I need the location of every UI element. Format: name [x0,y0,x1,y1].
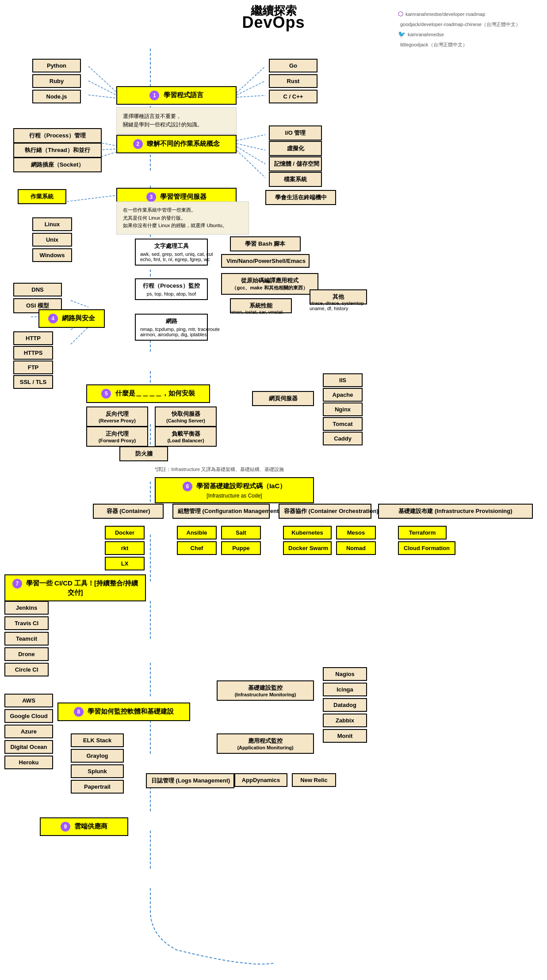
section-9-number: 9 [61,822,70,832]
appdynamics-box: AppDynamics [234,773,287,787]
webserver-box: 網頁伺服器 [252,391,314,406]
svg-line-0 [88,66,116,92]
drone-box: Drone [4,647,49,661]
process-monitor-box: 行程（Process）監控 ps, top, htop, atop, lsof [135,278,208,300]
ftp-box: FTP [13,361,53,374]
icinga-box: Icinga [323,683,367,696]
puppe-box: Puppe [221,541,261,555]
svg-line-12 [237,150,265,178]
section-4-number: 4 [48,314,58,323]
fs-box: 檔案系統 [269,172,322,187]
gcloud-box: Google Cloud [4,709,53,723]
ruby-box: Ruby [32,74,81,88]
svg-line-3 [237,66,265,93]
caddy-box: Caddy [323,432,363,445]
nagios-box: Nagios [323,667,367,681]
logs-box: 日誌管理 (Logs Management) [146,773,234,788]
svg-line-11 [237,147,265,164]
svg-line-18 [71,327,88,344]
footnote: *譯註：Infrastructure 又譯為基礎架構、基礎結構、基礎設施 [155,466,284,473]
nomad-box: Nomad [336,541,376,555]
cpp-box: C / C++ [269,90,317,103]
azure-box: Azure [4,725,53,738]
salt-box: Salt [221,526,261,539]
zabbix-box: Zabbix [323,714,367,727]
datadog-box: Datadog [323,698,367,712]
graylog-box: Graylog [71,749,124,763]
mesos-box: Mesos [336,526,376,539]
windows-box: Windows [32,248,72,262]
splunk-box: Splunk [71,764,124,778]
monit-box: Monit [323,729,367,743]
twitter-icon: 🐦 [398,29,405,40]
python-box: Python [32,59,81,72]
cloud-formation-box: Cloud Formation [398,541,455,555]
section-6-number: 6 [183,482,192,491]
svg-line-10 [237,144,265,150]
network-tools-box: 網路 nmap, tcpdump, ping, mtr, traceroutea… [135,314,208,341]
dns-box: DNS [13,283,62,296]
section-4-box: 4 網路與安全 [38,309,105,328]
svg-line-5 [237,95,265,97]
elk-box: ELK Stack [71,733,124,747]
svg-line-2 [88,95,116,98]
svg-line-9 [237,135,265,141]
process-mgmt-box: 行程（Process）管理 [13,128,102,143]
tomcat-box: Tomcat [323,417,363,431]
docker-swarm-box: Docker Swarm [283,541,332,555]
go-box: Go [269,59,317,72]
section-7-number: 7 [12,579,22,589]
svg-line-15 [71,300,88,307]
iis-box: IIS [323,373,363,387]
nginx-box: Nginx [323,403,363,416]
nodejs-box: Node.js [32,90,81,103]
ssl-box: SSL / TLS [13,375,53,389]
rust-box: Rust [269,74,317,88]
container-label: 容器 (Container) [93,504,164,519]
section-3-number: 3 [146,192,156,202]
terraform-box: Terraform [398,526,447,539]
svg-line-1 [88,81,116,95]
cache-server-box: 快取伺服器(Caching Server) [155,406,217,427]
docker-box: Docker [105,526,145,539]
server-desc: 在一些作業系統中管理一些東西。尤其是任何 Linux 的發行版。如果你沒有什麼 … [116,201,249,235]
reverse-proxy-box: 反向代理(Reverse Proxy) [86,406,148,427]
compile-box: 從原始碼編譯應用程式 （gcc、make 和其他相關的東西） [221,273,318,295]
section-8-number: 8 [74,707,84,717]
text-tools-box: 文字處理工具 awk, sed, grep, sort, uniq, cat, … [135,239,208,266]
teamcit-box: Teamcit [4,632,49,646]
section-2-number: 2 [133,139,143,149]
unix-box: Unix [32,233,72,247]
infra-monitor-box: 基礎建設監控(Infrastructure Monitoring) [217,680,314,701]
thread-box: 執行緒（Thread）和並行 [13,143,102,158]
heroku-box: Heroku [4,756,53,769]
forward-proxy-box: 正向代理(Forward Proxy) [86,426,148,447]
virtual-box: 虛擬化 [269,141,322,156]
section-5-number: 5 [101,389,111,399]
config-mgmt-label: 組態管理 (Configuration Management) [172,504,270,519]
bash-box: 學習 Bash 腳本 [230,236,301,251]
linux-box: Linux [32,217,72,231]
section-6-box: 6 學習基礎建設即程式碼（IaC）[Infrastructure as Code… [155,477,314,503]
section-1-box: 1 學習程式語言 [116,86,237,105]
infra-prov-label: 基礎建設布建 (Infrastructure Provisioning) [378,504,533,519]
lx-box: LX [105,557,145,570]
travis-box: Travis CI [4,616,49,630]
section-9-box: 9 雲端供應商 [40,817,128,836]
lang-desc: 選擇哪種語言並不重要，關鍵是學到一些程式設計的知識。 [116,107,237,134]
os-box: 作業系統 [18,189,66,204]
rkt-box: rkt [105,541,145,555]
load-balancer-box: 負載平衡器(Load Balancer) [155,426,217,447]
section-2-box: 2 瞭解不同的作業系統概念 [116,135,237,153]
svg-line-4 [237,81,265,95]
vim-box: Vim/Nano/PowerShell/Emacs [221,254,310,268]
kubernetes-box: Kubernetes [283,526,332,539]
papertrail-box: Papertrail [71,780,124,794]
memory-box: 記憶體 / 儲存空間 [269,156,322,171]
firewall-box: 防火牆 [119,446,168,461]
chef-box: Chef [177,541,217,555]
newrelic-box: New Relic [292,773,336,787]
http-box: HTTP [13,331,53,345]
aws-box: AWS [4,694,53,707]
section-8-box: 8 學習如何監控軟體和基礎建設 [57,703,190,721]
